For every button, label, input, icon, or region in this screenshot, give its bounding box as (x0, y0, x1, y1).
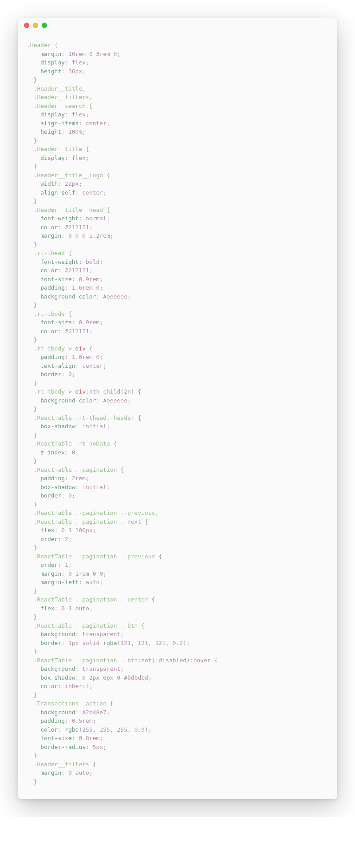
css-declaration: padding: 1.6rem 0; (27, 353, 337, 362)
css-declaration: box-shadow: initial; (27, 422, 337, 431)
css-declaration: font-size: 0.8rem; (27, 734, 337, 743)
css-selector: .Header__title, (27, 84, 337, 93)
css-declaration: color: #212121; (27, 223, 337, 232)
css-declaration: order: 2; (27, 535, 337, 544)
css-declaration: margin: 10rem 0 3rem 0; (27, 50, 337, 59)
css-selector: .rt-thead { (27, 249, 337, 258)
css-declaration: height: 100%; (27, 127, 337, 136)
css-selector: .rt-tbody > div { (27, 344, 337, 353)
css-declaration: font-size: 0.9rem; (27, 318, 337, 327)
css-selector: .ReactTable .-pagination .-previous { (27, 552, 337, 561)
css-declaration: margin: 0 0 0 1.2rem; (27, 231, 337, 240)
css-selector: .Header { (27, 41, 337, 50)
css-declaration: font-size: 0.9rem; (27, 275, 337, 284)
css-declaration: border-radius: 5px; (27, 743, 337, 752)
close-icon[interactable] (24, 23, 29, 28)
minimize-icon[interactable] (33, 23, 38, 28)
css-selector: .ReactTable .-pagination { (27, 466, 337, 474)
css-declaration: background-color: #eeeeee; (27, 292, 337, 301)
css-declaration: background: #2b48e7; (27, 708, 337, 717)
css-selector: .Header__title__logo { (27, 171, 337, 180)
css-declaration: border: 0; (27, 370, 337, 379)
css-selector: .rt-tbody { (27, 310, 337, 319)
css-declaration: order: 1; (27, 561, 337, 569)
css-selector: .Transactions--action { (27, 699, 337, 708)
css-declaration: flex: 0 1 100px; (27, 526, 337, 535)
css-declaration: color: #212121; (27, 327, 337, 336)
css-declaration: margin: 0 1rem 0 0; (27, 569, 337, 578)
css-selector: .Header__search { (27, 102, 337, 111)
css-selector: .ReactTable .-pagination .-btn { (27, 621, 337, 630)
css-declaration: align-self: center; (27, 188, 337, 197)
css-declaration: padding: 0.5rem; (27, 717, 337, 725)
css-selector: .Header__title__head { (27, 206, 337, 215)
zoom-icon[interactable] (42, 23, 47, 28)
css-selector: .Header__title { (27, 145, 337, 154)
css-declaration: display: flex; (27, 154, 337, 163)
css-declaration: font-weight: normal; (27, 214, 337, 223)
css-declaration: color: rgba(255, 255, 255, 0.9); (27, 725, 337, 734)
code-editor-content: .Header {margin: 10rem 0 3rem 0;display:… (18, 33, 337, 799)
code-window: .Header {margin: 10rem 0 3rem 0;display:… (18, 18, 337, 799)
css-declaration: box-shadow: 0 2px 6px 0 #bdbdbd; (27, 673, 337, 682)
css-declaration: border: 1px solid rgba(121, 121, 121, 0.… (27, 639, 337, 648)
css-selector: .ReactTable .-pagination .-center { (27, 595, 337, 604)
window-titlebar (18, 18, 337, 33)
css-declaration: background: transparent; (27, 630, 337, 639)
css-selector: .ReactTable .rt-noData { (27, 439, 337, 448)
css-declaration: height: 36px; (27, 67, 337, 76)
css-declaration: margin: 0 auto; (27, 768, 337, 777)
css-declaration: margin-left: auto; (27, 578, 337, 587)
css-declaration: padding: 1.6rem 0; (27, 283, 337, 292)
css-declaration: flex: 0 1 auto; (27, 604, 337, 613)
css-declaration: box-shadow: initial; (27, 483, 337, 492)
css-selector: .rt-tbody > div:nth-child(2n) { (27, 387, 337, 396)
css-declaration: display: flex; (27, 58, 337, 67)
css-selector: .Header__filters { (27, 760, 337, 769)
css-declaration: color: #212121; (27, 266, 337, 275)
css-selector: .Header__filters, (27, 93, 337, 102)
css-declaration: padding: 2rem; (27, 474, 337, 483)
css-declaration: width: 22px; (27, 179, 337, 188)
css-declaration: background-color: #eeeeee; (27, 396, 337, 405)
css-selector: .ReactTable .rt-thead.-header { (27, 414, 337, 422)
css-declaration: z-index: 0; (27, 448, 337, 457)
css-declaration: border: 0; (27, 491, 337, 500)
css-declaration: background: transparent; (27, 665, 337, 673)
css-selector: .ReactTable .-pagination .-next { (27, 518, 337, 526)
css-declaration: font-weight: bold; (27, 258, 337, 267)
css-declaration: text-align: center; (27, 362, 337, 370)
css-declaration: align-items: center; (27, 119, 337, 128)
css-selector: .ReactTable .-pagination .-btn:not(:disa… (27, 656, 337, 665)
css-declaration: display: flex; (27, 110, 337, 119)
css-declaration: color: inherit; (27, 682, 337, 691)
css-selector: .ReactTable .-pagination .-previous, (27, 509, 337, 518)
